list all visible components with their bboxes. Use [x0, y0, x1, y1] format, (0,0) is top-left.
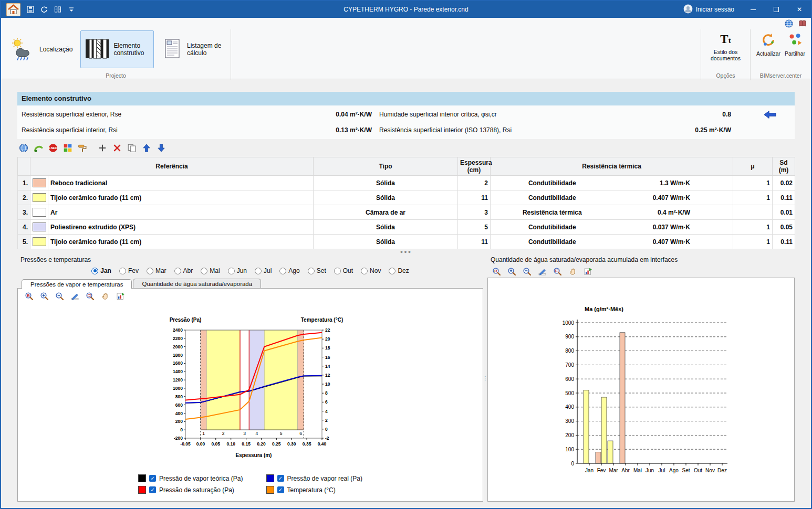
pressures-chart[interactable]: 123456-200020040060080010001200140016001… — [18, 303, 483, 472]
layer-type[interactable]: Câmara de ar — [314, 205, 458, 220]
layer-row[interactable]: 4.Poliestireno extrudido (XPS)Sólida5Con… — [18, 220, 795, 235]
layer-row[interactable]: 5.Tijolo cerâmico furado (11 cm)Sólida11… — [18, 235, 795, 249]
layer-thickness[interactable]: 11 — [458, 190, 491, 205]
layer-row[interactable]: 3.ArCâmara de ar3Resistência térmica0.4 … — [18, 205, 795, 220]
layer-resistance[interactable]: Condutibilidade0.407 W/m·K — [491, 190, 733, 205]
pan-icon[interactable] — [568, 267, 578, 277]
month-radio-mai[interactable]: Mai — [201, 267, 220, 274]
maximize-button[interactable] — [765, 1, 788, 18]
month-radio-mar[interactable]: Mar — [147, 267, 166, 274]
qat-customize-icon[interactable] — [65, 3, 78, 16]
layer-sd[interactable]: 0.11 — [773, 190, 795, 205]
tab-quantidade-agua[interactable]: Quantidade de água saturada/evaporada — [133, 279, 261, 288]
redraw-icon[interactable] — [70, 291, 80, 301]
layer-mu[interactable]: 1 — [733, 176, 773, 190]
header-espessura[interactable]: Espessura (cm) — [458, 157, 491, 176]
tab-pressoes-vapor[interactable]: Pressões de vapor e temperaturas — [22, 279, 132, 289]
layer-mu[interactable]: 1 — [733, 235, 773, 249]
green-catalog-icon[interactable] — [33, 143, 43, 153]
layer-row[interactable]: 2.Tijolo cerâmico furado (11 cm)Sólida11… — [18, 190, 795, 205]
back-arrow-icon[interactable] — [745, 110, 795, 119]
documentation-book-icon[interactable] — [798, 19, 807, 29]
layer-resistance[interactable]: Condutibilidade1.3 W/m·K — [491, 176, 733, 190]
export-icon[interactable] — [583, 267, 593, 277]
series-checkbox[interactable]: ✓ — [277, 486, 284, 493]
moisture-chart[interactable]: Ma (g/m²·Mês)010020030040050060070080090… — [487, 278, 795, 502]
zoom-in-icon[interactable] — [39, 291, 49, 301]
pan-icon[interactable] — [100, 291, 110, 301]
layer-mu[interactable]: 1 — [733, 190, 773, 205]
ribbon-item-listagem-calculo[interactable]: Listagem de cálculo — [157, 30, 227, 68]
header-mu[interactable]: μ — [733, 157, 773, 176]
series-checkbox[interactable]: ✓ — [149, 486, 156, 493]
series-checkbox[interactable]: ✓ — [149, 475, 156, 482]
layer-resistance[interactable]: Resistência térmica0.4 m²·K/W — [491, 205, 733, 220]
layer-swatch-cell[interactable] — [30, 190, 48, 205]
vertical-splitter[interactable]: ⋮ — [483, 254, 487, 502]
layer-sd[interactable]: 0.05 — [773, 220, 795, 235]
layer-sd[interactable]: 0.11 — [773, 235, 795, 249]
layer-thickness[interactable]: 3 — [458, 205, 491, 220]
month-radio-fev[interactable]: Fev — [119, 267, 139, 274]
move-up-icon[interactable] — [141, 143, 151, 153]
close-button[interactable]: ✕ — [788, 1, 811, 18]
ribbon-item-localizacao[interactable]: Localização — [4, 30, 77, 68]
layer-mu[interactable] — [733, 205, 773, 220]
web-help-icon[interactable] — [785, 19, 793, 29]
layer-reference[interactable]: Ar — [48, 205, 314, 220]
layer-type[interactable]: Sólida — [314, 220, 458, 235]
month-radio-set[interactable]: Set — [308, 267, 326, 274]
prop-value[interactable]: 0.04 m²·K/W — [196, 111, 372, 118]
redraw-icon[interactable] — [537, 267, 547, 277]
layer-thickness[interactable]: 5 — [458, 220, 491, 235]
zoom-window-icon[interactable] — [85, 291, 95, 301]
layer-type[interactable]: Sólida — [314, 176, 458, 190]
layer-reference[interactable]: Tijolo cerâmico furado (11 cm) — [48, 190, 314, 205]
month-radio-jun[interactable]: Jun — [228, 267, 247, 274]
ribbon-item-estilo-documentos[interactable]: Tt Estilo dos documentos — [704, 30, 747, 70]
zoom-reset-icon[interactable]: R — [24, 291, 34, 301]
zoom-out-icon[interactable] — [522, 267, 532, 277]
header-resistencia[interactable]: Resistência térmica — [491, 157, 733, 176]
lnec-catalog-icon[interactable]: LNEC — [48, 143, 58, 153]
config-icon[interactable] — [51, 3, 64, 16]
layer-resistance[interactable]: Condutibilidade0.037 W/m·K — [491, 220, 733, 235]
minimize-button[interactable] — [742, 1, 765, 18]
ribbon-item-elemento-construtivo[interactable]: Elemento construtivo — [80, 30, 154, 68]
month-radio-abr[interactable]: Abr — [174, 267, 193, 274]
layer-resistance[interactable]: Condutibilidade0.407 W/m·K — [491, 235, 733, 249]
zoom-window-icon[interactable] — [553, 267, 563, 277]
header-tipo[interactable]: Tipo — [314, 157, 458, 176]
layer-reference[interactable]: Tijolo cerâmico furado (11 cm) — [48, 235, 314, 249]
prop-value[interactable]: 0.8 — [619, 111, 745, 118]
prop-value[interactable]: 0.25 m²·K/W — [619, 126, 745, 134]
month-radio-out[interactable]: Out — [334, 267, 353, 274]
ribbon-item-partilhar[interactable]: Partilhar — [784, 30, 806, 70]
zoom-out-icon[interactable] — [55, 291, 65, 301]
login-button[interactable]: Iniciar sessão — [676, 1, 742, 18]
header-referencia[interactable]: Referência — [30, 157, 314, 176]
layer-sd[interactable]: 0.02 — [773, 176, 795, 190]
copy-icon[interactable] — [127, 143, 137, 153]
paint-icon[interactable] — [77, 143, 87, 153]
horizontal-splitter[interactable]: ●●● — [17, 249, 795, 254]
month-radio-jul[interactable]: Jul — [255, 267, 272, 274]
layer-type[interactable]: Sólida — [314, 190, 458, 205]
layer-reference[interactable]: Poliestireno extrudido (XPS) — [48, 220, 314, 235]
export-icon[interactable] — [116, 291, 126, 301]
zoom-in-icon[interactable] — [507, 267, 517, 277]
add-icon[interactable] — [97, 143, 107, 153]
layer-type[interactable]: Sólida — [314, 235, 458, 249]
layer-thickness[interactable]: 11 — [458, 235, 491, 249]
month-radio-jan[interactable]: Jan — [91, 267, 111, 274]
header-sd[interactable]: Sd (m) — [773, 157, 795, 176]
layer-thickness[interactable]: 2 — [458, 176, 491, 190]
layer-row[interactable]: 1.Reboco tradicionalSólida2Condutibilida… — [18, 176, 795, 190]
month-radio-nov[interactable]: Nov — [361, 267, 381, 274]
series-checkbox[interactable]: ✓ — [277, 475, 284, 482]
layer-mu[interactable]: 1 — [733, 220, 773, 235]
app-icon[interactable] — [3, 2, 23, 17]
save-icon[interactable] — [24, 3, 37, 16]
zoom-reset-icon[interactable]: R — [492, 267, 502, 277]
ribbon-item-actualizar[interactable]: Actualizar — [755, 30, 782, 70]
